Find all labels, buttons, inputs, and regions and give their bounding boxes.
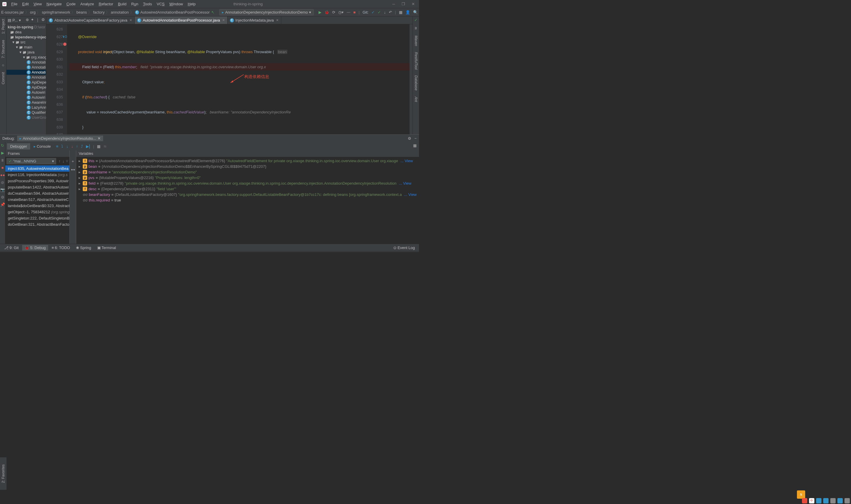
prev-frame-icon[interactable]: ↑ (58, 159, 60, 163)
menu-file[interactable]: FFileile (9, 2, 20, 6)
code-content[interactable]: @Override protected void inject(Object b… (67, 24, 413, 134)
tree-class[interactable]: C UserGrou (6, 115, 46, 120)
debugger-tab[interactable]: Debugger (7, 143, 30, 149)
var-item[interactable]: ▸f this = {AutowiredAnnotationBeanPostPr… (77, 158, 418, 164)
tree-class[interactable]: C Annotati (6, 70, 46, 75)
frame-item[interactable]: getObject:-1, 758348212 (org.spring (5, 209, 69, 215)
tree-class[interactable]: C Qualifier (6, 110, 46, 115)
run-icon[interactable]: ▶ (319, 10, 322, 15)
bottom-tab-debug[interactable]: 🐞 5: Debug (22, 245, 48, 251)
tab[interactable]: CAbstractAutowireCapableBeanFactory.java… (47, 17, 135, 24)
frame-item[interactable]: doGetBean:321, AbstractBeanFactor (5, 221, 69, 228)
resume-icon[interactable]: ▶ (1, 151, 4, 155)
tree-class[interactable]: C AwareInt (6, 100, 46, 105)
settings-icon[interactable]: ⚙ (1, 195, 4, 199)
crumb[interactable]: annotation (111, 10, 129, 15)
trace-icon[interactable]: ≋ (104, 144, 107, 149)
next-frame-icon[interactable]: ↓ (62, 159, 65, 163)
var-item[interactable]: ▸f desc = {DependencyDescriptor@2311} "f… (77, 186, 418, 192)
layout-icon[interactable]: ▦ (411, 142, 419, 150)
tab[interactable]: CAutowiredAnnotationBeanPostProcessor.ja… (135, 17, 228, 24)
menu-run[interactable]: Run (129, 2, 141, 6)
menu-window[interactable]: Window (167, 2, 185, 6)
coverage-icon[interactable]: ⟳ (332, 10, 336, 15)
bottom-tab-git[interactable]: ⎇ 9: Git (2, 245, 21, 251)
search-icon[interactable]: 🔍 (413, 10, 418, 15)
commit-icon[interactable]: ○ (2, 63, 4, 67)
drop-frame-icon[interactable]: ⤴ (81, 144, 83, 149)
console-tab[interactable]: ▸ Console (31, 143, 54, 149)
view-link[interactable]: ... View (404, 192, 417, 197)
var-item[interactable]: σσ beanFactory = {DefaultListableBeanFac… (77, 192, 418, 197)
debug-icon[interactable]: 🐞 (324, 10, 329, 15)
var-item[interactable]: ▸f field = {Field@2278} "private org.xia… (77, 180, 418, 186)
bottom-tab-todo[interactable]: ≡ 6: TODO (49, 245, 72, 251)
menu-refactor[interactable]: Refactor (96, 2, 115, 6)
step-out-icon[interactable]: ↑ (76, 144, 78, 149)
collapse-icon[interactable]: ｜ (36, 17, 40, 23)
avatar-icon[interactable]: 👤 (405, 10, 410, 15)
evaluate-icon[interactable]: ▦ (97, 144, 101, 149)
scrollbar[interactable] (410, 24, 413, 134)
crumb[interactable]: beans (76, 10, 87, 15)
project-view-label[interactable]: P... (13, 18, 18, 22)
stop-icon[interactable]: ■ (354, 10, 356, 15)
git-commit-icon[interactable]: ✓ (378, 10, 381, 15)
menu-view[interactable]: View (31, 2, 44, 6)
expand-icon[interactable]: ✦ (31, 17, 34, 23)
tree-class[interactable]: C Autowiri (6, 90, 46, 95)
crumb[interactable]: AutowiredAnnotationBeanPostProcessor (140, 10, 210, 15)
tree-class[interactable]: C Annotati (6, 75, 46, 80)
tree-class[interactable]: C Autowiri (6, 95, 46, 100)
menu-build[interactable]: Build (115, 2, 129, 6)
debug-session-tab[interactable]: ▸AnnotationDependencyInjectionResolutio.… (17, 136, 103, 141)
new-watch-icon[interactable]: ＋ (71, 159, 75, 164)
tree-node[interactable]: lependency-injection (6, 35, 46, 40)
frame-item[interactable]: getSingleton:222, DefaultSingletonB (5, 215, 69, 221)
tree-class[interactable]: C LazyAnn (6, 105, 46, 110)
close-icon[interactable]: ✕ (412, 2, 415, 6)
pin-icon[interactable]: 📌 (0, 202, 5, 207)
rerun-icon[interactable]: ↻ (1, 143, 4, 148)
override-icon[interactable]: ⬆O (62, 33, 67, 41)
stop-icon[interactable]: ■ (1, 165, 4, 170)
view-link[interactable]: ... View (400, 159, 413, 163)
project-view-icon[interactable]: ▤ (8, 18, 11, 22)
maximize-icon[interactable]: ❐ (402, 2, 405, 6)
tree-class[interactable]: C ApiDepe (6, 85, 46, 90)
tree-node[interactable]: ▾ src (6, 40, 46, 44)
bottom-tab-terminal[interactable]: ▣ Terminal (95, 245, 119, 251)
crumb[interactable]: springframework (42, 10, 70, 15)
tab[interactable]: CInjectionMetadata.java✕ (228, 17, 281, 24)
frame-item[interactable]: lambda$doGetBean$0:323, Abstract (5, 203, 69, 209)
frame-item[interactable]: doCreateBean:594, AbstractAutowir (5, 190, 69, 196)
bottom-tab-spring[interactable]: ❀ Spring (74, 245, 94, 251)
step-over-icon[interactable]: ⤵ (61, 144, 63, 149)
thread-dump-icon[interactable]: 📷 (0, 187, 5, 192)
back-nav-icon[interactable]: ↖ (211, 10, 215, 15)
view-link[interactable]: ... View (399, 181, 411, 185)
filter-icon[interactable]: ⑂ (66, 159, 68, 163)
tree-node[interactable]: ▾ java (6, 50, 46, 55)
crumb[interactable]: E-sources.jar (1, 10, 24, 15)
left-rail-commit[interactable]: Commit (1, 71, 5, 85)
minimize-icon[interactable]: ─ (393, 2, 395, 6)
locate-icon[interactable]: ⊕ (26, 17, 29, 23)
frame-item[interactable]: inject:116, InjectionMetadata (org.s (5, 172, 69, 178)
force-step-icon[interactable]: ↓ (71, 144, 73, 149)
left-rail-structure[interactable]: 7: Structure (1, 39, 5, 59)
left-rail-project[interactable]: 1: Project (1, 18, 5, 35)
bottom-tab-eventlog[interactable]: ⊙ Event Log (391, 245, 417, 251)
tree-class[interactable]: C Annotati (6, 65, 46, 70)
thread-select[interactable]: ✓"mai...NNING▾ (6, 158, 56, 164)
tree-class[interactable]: C ApiDepe (6, 80, 46, 85)
frame-item[interactable]: populateBean:1422, AbstractAutowi (5, 184, 69, 190)
show-exec-icon[interactable]: ≡ (56, 144, 58, 149)
menu-tools[interactable]: Tools (141, 2, 154, 6)
step-into-icon[interactable]: ↓ (66, 144, 68, 149)
var-item[interactable]: ▸p pvs = {MutablePropertyValues@2216} "P… (77, 175, 418, 180)
tree-node[interactable]: ▾ org.xiaoge.tl (6, 55, 46, 60)
structure-icon[interactable]: ▦ (399, 10, 402, 15)
profile-icon[interactable]: ◷▾ (338, 10, 344, 15)
view-bp-icon[interactable]: ●● (0, 173, 5, 177)
